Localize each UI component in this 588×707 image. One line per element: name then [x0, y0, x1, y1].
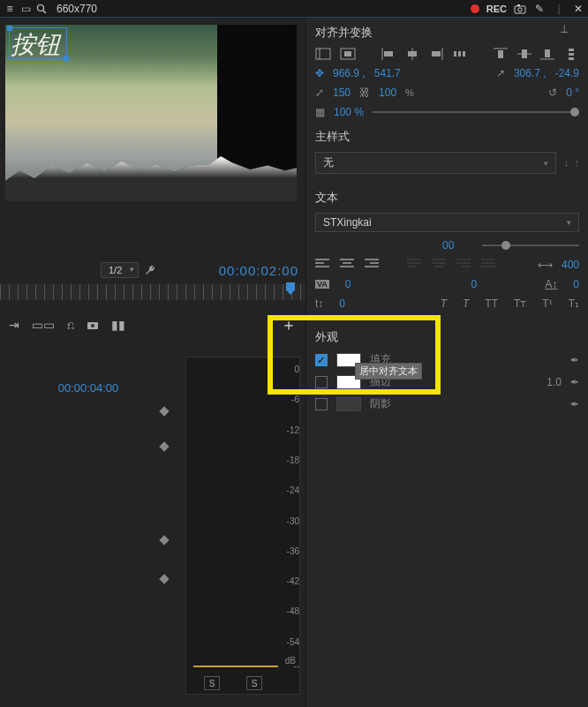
position-y[interactable]: 541.7 — [374, 67, 401, 79]
anchor-icon[interactable]: ↗ — [496, 67, 505, 79]
pin-icon[interactable]: ⊥ — [560, 23, 569, 35]
pencil-icon[interactable]: ✎ — [533, 3, 546, 15]
leading-value[interactable]: 0 — [471, 278, 478, 290]
snapshot-icon[interactable] — [87, 320, 99, 330]
timeline-timecode[interactable]: 00:00:04:00 — [0, 381, 177, 395]
title-text-overlay[interactable]: 按钮 — [11, 28, 60, 62]
shadow-swatch[interactable] — [336, 397, 361, 411]
rotation-value[interactable]: 0 ° — [566, 86, 579, 99]
scale-width[interactable]: 150 — [333, 86, 351, 99]
camera-icon[interactable] — [514, 3, 526, 15]
text-justify-all-icon[interactable] — [481, 259, 497, 271]
align-hcenter-icon[interactable] — [405, 48, 420, 60]
shadow-label: 阴影 — [370, 396, 391, 411]
opacity-icon[interactable]: ▦ — [315, 106, 325, 118]
close-icon[interactable]: ✕ — [572, 3, 584, 15]
scale-icon[interactable]: ⤢ — [315, 86, 324, 99]
sync-up-icon[interactable]: ↑ — [574, 157, 579, 169]
align-bottom-icon[interactable] — [540, 48, 555, 60]
wrench-icon[interactable] — [144, 263, 158, 277]
align-to-selection-icon[interactable] — [340, 48, 356, 60]
add-icon[interactable]: ＋ — [281, 314, 297, 335]
text-justify-left-icon[interactable] — [407, 259, 423, 271]
section-master-style: 主样式 — [306, 122, 588, 148]
db-tick: -6 — [291, 395, 299, 404]
text-justify-right-icon[interactable] — [456, 259, 472, 271]
align-top-icon[interactable] — [494, 48, 509, 60]
zoom-dropdown[interactable]: 1/2 — [101, 262, 139, 278]
subscript-icon[interactable]: T₁ — [569, 297, 579, 310]
position-x[interactable]: 966.9 , — [333, 67, 366, 79]
font-size-slider[interactable] — [482, 244, 579, 246]
master-style-dropdown[interactable]: 无 ▾ — [315, 152, 556, 174]
export-frame-icon[interactable]: ⎌ — [67, 318, 74, 332]
solo-button-left[interactable]: S — [204, 676, 220, 690]
percent-label: % — [405, 87, 414, 98]
kerning-value[interactable]: 0 — [345, 278, 351, 290]
text-align-center-icon[interactable] — [340, 259, 356, 271]
kerning-va-icon[interactable]: VA — [315, 280, 329, 289]
sync-down-icon[interactable]: ↓ — [563, 157, 569, 169]
text-justify-center-icon[interactable] — [432, 259, 448, 271]
align-to-frame-icon[interactable] — [315, 48, 331, 60]
keyframe-icon[interactable] — [159, 535, 169, 545]
markers-icon[interactable]: ▮▮ — [111, 318, 125, 332]
fill-checkbox[interactable]: ✓ — [315, 354, 328, 366]
insert-icon[interactable]: ⇥ — [9, 318, 19, 332]
anchor-y[interactable]: -24.9 — [555, 67, 579, 79]
overlay-icon[interactable]: ▭▭ — [32, 318, 55, 332]
text-align-left-icon[interactable] — [315, 259, 331, 271]
align-vcenter-icon[interactable] — [517, 48, 532, 60]
svg-rect-25 — [545, 49, 550, 57]
stroke-checkbox[interactable] — [315, 376, 328, 388]
smallcaps-icon[interactable]: Tᴛ — [514, 297, 526, 310]
stroke-width[interactable]: 1.0 — [547, 376, 562, 388]
section-appearance: 外观 — [306, 322, 588, 349]
scale-link-icon[interactable]: ⛓̸ — [359, 86, 370, 99]
svg-rect-19 — [463, 51, 465, 56]
bold-icon[interactable]: T — [441, 297, 447, 310]
align-left-icon[interactable] — [381, 48, 396, 60]
solo-button-right[interactable]: S — [246, 676, 262, 690]
allcaps-icon[interactable]: TT — [485, 297, 498, 310]
tracking-icon[interactable]: ⟷ — [538, 259, 553, 271]
record-label: REC — [486, 4, 507, 14]
shadow-eyedropper-icon[interactable]: ✒ — [570, 398, 579, 410]
tracking-value[interactable]: 400 — [562, 259, 579, 271]
preview-monitor[interactable]: 按钮 — [5, 25, 297, 201]
distribute-h-icon[interactable] — [453, 48, 468, 60]
playhead-icon[interactable] — [286, 282, 295, 295]
baseline-value[interactable]: 0 — [573, 278, 579, 290]
svg-point-6 — [91, 324, 94, 327]
font-family-dropdown[interactable]: STXingkai ▾ — [315, 213, 579, 232]
fill-eyedropper-icon[interactable]: ✒ — [570, 354, 579, 366]
window-icon[interactable]: ▭ — [19, 3, 32, 15]
line-spacing-icon[interactable]: t↕ — [315, 297, 323, 310]
anchor-x[interactable]: 306.7 , — [514, 67, 547, 79]
db-tick: -42 — [287, 576, 299, 586]
shadow-checkbox[interactable] — [315, 398, 328, 410]
opacity-value[interactable]: 100 % — [334, 106, 364, 118]
rotation-icon[interactable]: ↺ — [548, 86, 557, 99]
italic-icon[interactable]: T — [463, 297, 469, 310]
distribute-v-icon[interactable] — [564, 48, 579, 60]
time-ruler[interactable] — [0, 284, 305, 300]
keyframe-icon[interactable] — [159, 441, 169, 451]
text-align-right-icon[interactable] — [365, 259, 381, 271]
superscript-icon[interactable]: T¹ — [542, 297, 552, 310]
stroke-eyedropper-icon[interactable]: ✒ — [570, 376, 579, 388]
baseline-icon[interactable]: A↕ — [545, 278, 557, 290]
scale-height[interactable]: 100 — [379, 86, 396, 99]
search-icon[interactable] — [35, 3, 48, 15]
svg-rect-26 — [569, 49, 574, 51]
line-spacing-value[interactable]: 0 — [339, 297, 345, 310]
menu-icon[interactable]: ≡ — [4, 3, 16, 15]
opacity-slider[interactable] — [373, 111, 579, 113]
align-right-icon[interactable] — [429, 48, 444, 60]
record-dot-icon[interactable] — [471, 4, 479, 13]
position-icon[interactable]: ✥ — [315, 67, 324, 79]
keyframe-icon[interactable] — [159, 406, 169, 416]
preview-timecode[interactable]: 00:00:02:00 — [219, 263, 298, 278]
keyframe-icon[interactable] — [159, 574, 169, 583]
font-size-partial[interactable]: 00 — [442, 239, 454, 252]
